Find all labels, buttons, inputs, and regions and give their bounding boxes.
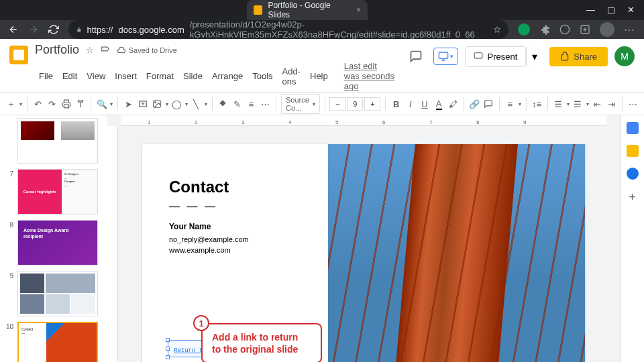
font-increase[interactable]: + <box>364 97 380 111</box>
browser-tab[interactable]: Portfolio - Google Slides × <box>247 0 368 20</box>
border-weight-icon[interactable]: ≡ <box>246 97 257 111</box>
zoom-icon[interactable]: 🔍 <box>96 97 107 111</box>
align-icon[interactable]: ≡ <box>504 97 516 111</box>
thumbnail-10[interactable]: Contact— <box>17 322 98 362</box>
text-color-icon[interactable]: A <box>433 97 445 111</box>
minimize-icon[interactable]: — <box>586 5 595 15</box>
vertical-ruler <box>107 126 118 362</box>
contact-name[interactable]: Your Name <box>169 222 308 231</box>
address-bar[interactable]: https://docs.google.com/presentation/d/1… <box>68 20 508 39</box>
canvas-area[interactable]: 123456789 Contact — — — Your Name no_rep… <box>107 115 620 362</box>
menu-format[interactable]: Format <box>142 70 178 82</box>
share-page-icon[interactable] <box>580 24 590 35</box>
contact-web[interactable]: www.example.com <box>169 245 308 256</box>
browser-menu-icon[interactable]: ⋯ <box>624 23 636 36</box>
textbox-icon[interactable] <box>137 97 148 111</box>
menu-tools[interactable]: Tools <box>248 70 276 82</box>
italic-icon[interactable]: I <box>405 97 416 111</box>
forward-icon[interactable] <box>28 24 39 35</box>
resize-handle[interactable] <box>166 338 170 342</box>
move-icon[interactable] <box>101 44 110 56</box>
close-tab-icon[interactable]: × <box>356 5 361 15</box>
contact-email[interactable]: no_reply@example.com <box>169 234 308 245</box>
menu-addons[interactable]: Add-ons <box>278 65 305 88</box>
image-icon[interactable] <box>151 97 162 111</box>
back-icon[interactable] <box>8 24 19 35</box>
print-icon[interactable] <box>60 97 72 111</box>
keep-icon[interactable] <box>627 145 639 157</box>
sync-icon[interactable] <box>559 24 570 35</box>
paint-format-icon[interactable] <box>74 97 86 111</box>
indent-increase-icon[interactable]: ⇥ <box>606 97 617 111</box>
redo-icon[interactable]: ↷ <box>46 97 58 111</box>
menu-insert[interactable]: Insert <box>111 70 141 82</box>
doc-title[interactable]: Portfolio <box>35 43 79 57</box>
thumbnail-7[interactable]: Career highlightsSr Designer—Designer— <box>17 169 98 215</box>
svg-point-0 <box>560 25 569 34</box>
font-size-input[interactable]: 9 <box>347 97 363 111</box>
underline-icon[interactable]: U <box>419 97 430 111</box>
line-spacing-icon[interactable]: ↕≡ <box>531 97 543 111</box>
close-window-icon[interactable]: ✕ <box>627 5 635 15</box>
menu-slide[interactable]: Slide <box>179 70 207 82</box>
resize-handle[interactable] <box>166 347 170 351</box>
undo-icon[interactable]: ↶ <box>32 97 44 111</box>
menu-help[interactable]: Help <box>306 70 332 82</box>
menu-arrange[interactable]: Arrange <box>208 70 247 82</box>
more-tools-icon[interactable]: ⋯ <box>627 97 639 111</box>
indent-decrease-icon[interactable]: ⇤ <box>592 97 603 111</box>
resize-handle[interactable] <box>166 355 170 359</box>
svg-rect-2 <box>439 52 448 58</box>
thumbnail-9[interactable] <box>17 271 98 316</box>
lock-icon <box>76 26 81 34</box>
slides-logo[interactable] <box>9 46 28 64</box>
font-decrease[interactable]: − <box>329 97 345 111</box>
numbered-list-icon[interactable]: ☰ <box>553 97 564 111</box>
comment-icon[interactable] <box>483 97 494 111</box>
bookmark-icon[interactable] <box>494 25 500 34</box>
saved-status[interactable]: Saved to Drive <box>117 45 177 56</box>
shape-icon[interactable]: ◯ <box>171 97 182 111</box>
comments-icon[interactable] <box>405 46 427 67</box>
bold-icon[interactable]: B <box>390 97 402 111</box>
thumbnail-6[interactable] <box>17 118 98 164</box>
extensions-icon[interactable] <box>539 24 550 35</box>
url-path: /presentation/d/1O2eg4w02p-kGvhXiHnkVfEm… <box>190 19 488 40</box>
tasks-icon[interactable] <box>627 168 639 180</box>
bulleted-list-icon[interactable]: ☰ <box>572 97 584 111</box>
star-icon[interactable]: ☆ <box>86 45 94 55</box>
last-edit-link[interactable]: Last edit was seconds ago <box>340 60 399 93</box>
extension-icon[interactable] <box>518 23 530 36</box>
new-slide-icon[interactable]: + <box>5 97 17 111</box>
present-button[interactable]: Present <box>465 46 526 67</box>
link-icon[interactable]: 🔗 <box>469 97 480 111</box>
profile-avatar[interactable] <box>600 22 614 37</box>
fill-color-icon[interactable] <box>217 97 229 111</box>
maximize-icon[interactable]: ▢ <box>607 5 615 15</box>
user-avatar[interactable]: M <box>614 46 635 66</box>
slides-favicon <box>254 5 262 15</box>
slide-heading[interactable]: Contact <box>169 178 308 196</box>
annotation-number: 1 <box>193 315 209 331</box>
slide-panel[interactable]: 7Career highlightsSr Designer—Designer— … <box>0 115 107 362</box>
menu-file[interactable]: File <box>35 70 57 82</box>
reload-icon[interactable] <box>48 24 59 35</box>
thumbnail-8[interactable]: Acme Design Awardrecipient <box>17 220 98 265</box>
tab-title: Portfolio - Google Slides <box>268 1 351 19</box>
add-addon-icon[interactable]: + <box>629 190 636 204</box>
font-select[interactable]: Source Co...▾ <box>281 94 320 114</box>
calendar-icon[interactable] <box>627 122 639 134</box>
slideshow-button[interactable]: ▾ <box>433 48 458 65</box>
border-dash-icon[interactable]: ⋯ <box>260 97 271 111</box>
present-dropdown[interactable]: ▾ <box>526 46 543 67</box>
share-button[interactable]: Share <box>549 47 608 66</box>
select-tool-icon[interactable]: ➤ <box>123 97 134 111</box>
menu-edit[interactable]: Edit <box>58 70 81 82</box>
svg-rect-3 <box>475 53 483 58</box>
highlight-icon[interactable]: 🖍 <box>447 97 459 111</box>
slide-image[interactable] <box>328 144 585 363</box>
url-host: docs.google.com <box>118 25 184 35</box>
border-color-icon[interactable]: ✎ <box>231 97 243 111</box>
line-icon[interactable]: ╲ <box>191 97 202 111</box>
menu-view[interactable]: View <box>83 70 109 82</box>
